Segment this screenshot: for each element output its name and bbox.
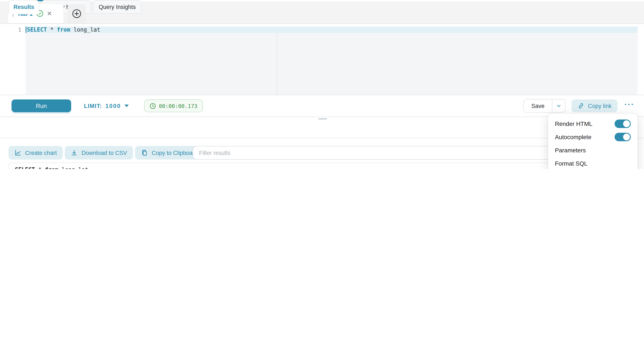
sql-text: long_lat: [58, 166, 88, 169]
line-number: 1: [4, 27, 21, 33]
sql-text: *: [35, 166, 45, 169]
plus-circle-icon: [72, 9, 82, 18]
sql-keyword: from: [45, 166, 58, 169]
sql-text: *: [47, 27, 57, 33]
menu-item-label: Format SQL: [555, 160, 588, 167]
executed-sql-display: SELECT * from long_lat: [8, 162, 636, 169]
tab-results[interactable]: Results: [8, 0, 39, 14]
save-options-button[interactable]: [552, 99, 565, 112]
results-tab-strip: [0, 125, 644, 138]
limit-value: 1000: [106, 103, 121, 109]
editor-active-line[interactable]: SELECT * from long_lat: [26, 27, 638, 33]
query-toolbar: Run LIMIT: 1000 00:00:00.173 Save Copy l…: [0, 95, 644, 117]
sql-editor[interactable]: 1 SELECT * from long_lat: [4, 24, 638, 95]
save-split-button: Save: [523, 99, 566, 113]
clock-icon: [150, 103, 156, 109]
sql-workspace: Tab 1 ✕ 1 SELECT * from long_lat Run LIM…: [0, 0, 644, 169]
create-chart-label: Create chart: [25, 149, 57, 156]
menu-item-label: Parameters: [555, 147, 586, 153]
save-button[interactable]: Save: [524, 99, 552, 112]
chart-icon: [14, 149, 21, 156]
copy-clipboard-label: Copy to Clipboard: [152, 149, 198, 156]
menu-item-label: Autocomplete: [555, 133, 591, 140]
render-html-toggle[interactable]: [614, 119, 631, 128]
limit-dropdown[interactable]: LIMIT: 1000: [84, 103, 129, 109]
close-icon[interactable]: ✕: [47, 10, 52, 17]
copy-link-label: Copy link: [588, 103, 612, 109]
chevron-down-icon: [124, 105, 129, 107]
menu-item-render-html[interactable]: Render HTML: [551, 117, 635, 130]
tab-query-insights[interactable]: Query Insights: [93, 0, 142, 14]
link-icon: [578, 102, 584, 109]
copy-link-button[interactable]: Copy link: [572, 99, 618, 112]
download-csv-button[interactable]: Download to CSV: [65, 146, 133, 160]
menu-item-label: Render HTML: [555, 120, 592, 127]
execution-timer-badge: 00:00:00.173: [144, 99, 203, 112]
more-options-button[interactable]: ···: [624, 100, 634, 109]
pane-resize-handle[interactable]: [318, 118, 327, 119]
sql-text: long_lat: [70, 27, 100, 33]
download-icon: [71, 149, 78, 156]
results-actions: Create chart Download to CSV Copy to Cli…: [8, 146, 204, 160]
autocomplete-toggle[interactable]: [614, 132, 631, 141]
menu-item-autocomplete[interactable]: Autocomplete: [551, 130, 635, 143]
create-chart-button[interactable]: Create chart: [8, 146, 63, 160]
menu-item-format-sql[interactable]: Format SQL: [551, 157, 635, 169]
run-button[interactable]: Run: [12, 99, 71, 112]
more-options-menu: Render HTML Autocomplete Parameters Form…: [548, 113, 638, 169]
sql-keyword: SELECT: [15, 166, 35, 169]
download-csv-label: Download to CSV: [82, 149, 127, 156]
editor-empty-area[interactable]: [26, 33, 638, 95]
copy-icon: [141, 149, 148, 156]
new-tab-button[interactable]: [67, 4, 86, 23]
sql-keyword: from: [57, 27, 70, 33]
timer-value: 00:00:00.173: [159, 103, 198, 109]
menu-item-parameters[interactable]: Parameters: [551, 143, 635, 157]
sql-keyword: SELECT: [27, 27, 47, 33]
limit-label: LIMIT:: [84, 103, 102, 109]
